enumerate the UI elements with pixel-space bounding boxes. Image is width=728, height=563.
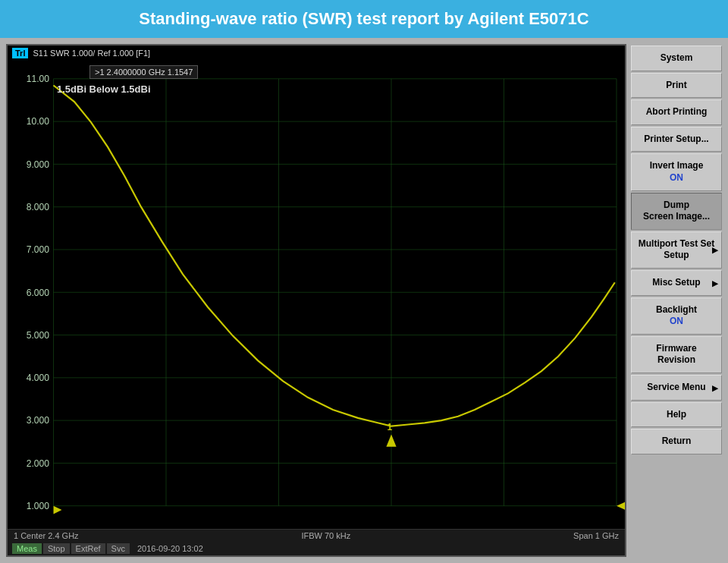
chart-info: S11 SWR 1.000/ Ref 1.000 [F1]	[33, 49, 150, 58]
main-content: Trl S11 SWR 1.000/ Ref 1.000 [F1] >1 2.4…	[0, 38, 728, 563]
menu-btn-sub-backlight: ON	[670, 316, 683, 326]
chart-annotation: 1.5dBi Below 1.5dBi	[57, 83, 151, 95]
chart-container: Trl S11 SWR 1.000/ Ref 1.000 [F1] >1 2.4…	[6, 44, 626, 557]
svg-rect-0	[8, 61, 625, 529]
menu-btn-system[interactable]: System	[631, 46, 722, 71]
chart-footer: 1 Center 2.4 GHz IFBW 70 kHz Span 1 GHz	[8, 529, 625, 542]
svg-text:2.000: 2.000	[27, 458, 50, 469]
menu-btn-label-print: Print	[666, 80, 686, 90]
chart-header: Trl S11 SWR 1.000/ Ref 1.000 [F1]	[8, 46, 625, 61]
menu-btn-print[interactable]: Print	[631, 73, 722, 99]
menu-btn-label-printer-setup: Printer Setup...	[644, 134, 708, 144]
svg-text:8.000: 8.000	[27, 202, 50, 212]
svg-text:10.00: 10.00	[27, 117, 50, 127]
menu-btn-multiport-test-set[interactable]: Multiport Test SetSetup	[631, 231, 722, 269]
menu-btn-label-abort-printing: Abort Printing	[646, 106, 708, 117]
menu-btn-label-service-menu: Service Menu	[647, 382, 705, 392]
footer-center: IFBW 70 kHz	[301, 531, 350, 540]
menu-btn-label-return: Return	[662, 436, 692, 446]
status-meas: Meas	[12, 543, 42, 554]
status-datetime: 2016-09-20 13:02	[131, 543, 209, 554]
svg-text:1: 1	[388, 422, 393, 432]
menu-btn-help[interactable]: Help	[631, 402, 722, 428]
menu-btn-label-firmware-revision: FirmwareRevision	[656, 343, 696, 366]
chart-svg: 11.00 10.00 9.000 8.000 7.000 6.000 5.00…	[8, 61, 625, 529]
status-extref: ExtRef	[71, 543, 105, 554]
menu-btn-misc-setup[interactable]: Misc Setup	[631, 270, 722, 296]
menu-btn-abort-printing[interactable]: Abort Printing	[631, 99, 722, 125]
footer-right: Span 1 GHz	[573, 531, 619, 540]
footer-left: 1 Center 2.4 GHz	[14, 531, 79, 540]
menu-btn-return[interactable]: Return	[631, 429, 722, 454]
menu-btn-label-misc-setup: Misc Setup	[652, 277, 700, 288]
marker-text: >1 2.4000000 GHz 1.1547	[95, 68, 193, 77]
menu-btn-service-menu[interactable]: Service Menu	[631, 375, 722, 401]
page-title: Standing-wave ratio (SWR) test report by…	[139, 9, 588, 29]
trace-label: Trl	[12, 48, 28, 58]
menu-btn-label-invert-image: Invert Image	[650, 160, 704, 171]
svg-text:3.000: 3.000	[27, 416, 50, 426]
menu-btn-label-multiport-test-set: Multiport Test SetSetup	[639, 238, 714, 261]
header: Standing-wave ratio (SWR) test report by…	[0, 0, 728, 38]
menu-btn-backlight[interactable]: BacklightON	[631, 297, 722, 335]
menu-btn-invert-image[interactable]: Invert ImageON	[631, 153, 722, 190]
menu-btn-sub-invert-image: ON	[670, 172, 683, 183]
menu-btn-label-dump-screen: DumpScreen Image...	[643, 200, 710, 222]
svg-text:4.000: 4.000	[27, 373, 50, 383]
svg-text:11.00: 11.00	[27, 74, 50, 84]
menu-btn-label-help: Help	[667, 409, 686, 420]
menu-btn-printer-setup[interactable]: Printer Setup...	[631, 127, 722, 153]
status-stop: Stop	[43, 543, 70, 554]
right-panel: SystemPrintAbort PrintingPrinter Setup..…	[631, 44, 722, 557]
svg-text:5.000: 5.000	[27, 330, 50, 341]
status-svc: Svc	[107, 543, 130, 554]
menu-btn-label-system: System	[661, 52, 693, 63]
menu-btn-dump-screen[interactable]: DumpScreen Image...	[631, 193, 722, 230]
menu-btn-firmware-revision[interactable]: FirmwareRevision	[631, 336, 722, 373]
marker-box: >1 2.4000000 GHz 1.1547	[89, 65, 198, 79]
svg-text:1.000: 1.000	[27, 501, 50, 511]
svg-text:6.000: 6.000	[27, 288, 50, 298]
menu-btn-label-backlight: Backlight	[656, 304, 697, 315]
trace-label-trl: Trl	[15, 49, 25, 58]
svg-text:9.000: 9.000	[27, 159, 50, 170]
status-bar: Meas Stop ExtRef Svc 2016-09-20 13:02	[8, 542, 625, 555]
svg-text:7.000: 7.000	[27, 244, 50, 255]
